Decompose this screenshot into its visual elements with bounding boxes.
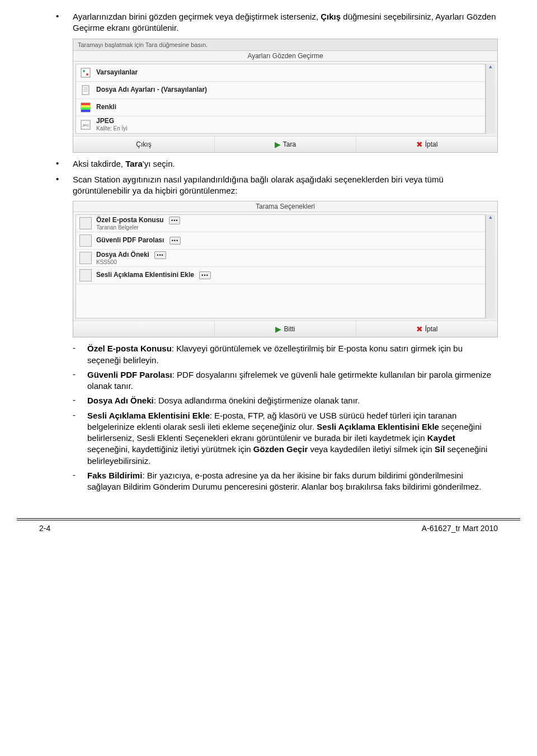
row-label: Özel E-posta Konusu bbox=[96, 216, 164, 224]
button-label: Çıkış bbox=[136, 140, 151, 148]
term-bold: Güvenli PDF Parolası bbox=[87, 370, 172, 379]
text: : Dosya adlandırma önekini değiştirmeniz… bbox=[154, 396, 360, 405]
done-button[interactable]: ▶Bitti bbox=[215, 321, 356, 337]
svg-text:JPG: JPG bbox=[82, 124, 89, 127]
row-label: Varsayılanlar bbox=[96, 69, 138, 77]
sub-bullet-text: Dosya Adı Öneki: Dosya adlandırma önekin… bbox=[87, 395, 360, 406]
placeholder-icon bbox=[79, 234, 92, 247]
cancel-icon: ✖ bbox=[416, 325, 423, 334]
cancel-icon: ✖ bbox=[416, 140, 423, 149]
svg-rect-0 bbox=[81, 68, 90, 77]
exit-button[interactable]: Çıkış bbox=[73, 137, 215, 152]
row-label: Güvenli PDF Parolası bbox=[96, 236, 164, 244]
term-bold: Kaydet bbox=[427, 433, 455, 443]
panel-header: Ayarları Gözden Geçirme bbox=[73, 51, 497, 62]
more-icon[interactable]: ••• bbox=[199, 271, 210, 279]
svg-point-1 bbox=[83, 70, 85, 72]
bullet-text: Aksi takdirde, Tara'yı seçin. bbox=[73, 158, 175, 170]
text: Ayarlarınızdan birini gözden geçirmek ve… bbox=[73, 12, 321, 21]
row-label: Dosya Adı Öneki bbox=[96, 251, 149, 259]
bullet-text: Scan Station aygıtınızın nasıl yapılandı… bbox=[73, 174, 498, 197]
svg-rect-3 bbox=[82, 86, 89, 95]
more-icon[interactable]: ••• bbox=[169, 237, 181, 245]
more-icon[interactable]: ••• bbox=[154, 251, 166, 259]
cancel-button[interactable]: ✖İptal bbox=[356, 321, 497, 337]
scrollbar[interactable]: ▲ bbox=[486, 214, 495, 318]
settings-icon bbox=[79, 67, 92, 79]
sub-bullet-text: Özel E-posta Konusu: Klavyeyi görüntülem… bbox=[87, 343, 498, 366]
doc-id-date: A-61627_tr Mart 2010 bbox=[422, 524, 498, 533]
term-bold: Faks Bildirimi bbox=[87, 471, 142, 480]
color-icon bbox=[79, 101, 92, 114]
row-sublabel: Kalite: En İyi bbox=[96, 125, 128, 132]
sub-bullet-text: Sesli Açıklama Eklentisini Ekle: E-posta… bbox=[87, 410, 498, 467]
placeholder-icon bbox=[79, 252, 92, 264]
bullet-marker: • bbox=[39, 11, 73, 34]
term-bold: Özel E-posta Konusu bbox=[87, 344, 172, 353]
bullet-item: • Aksi takdirde, Tara'yı seçin. bbox=[39, 158, 498, 170]
bullet-text: Ayarlarınızdan birini gözden geçirmek ve… bbox=[73, 11, 498, 34]
sub-bullet-item: - Faks Bildirimi: Bir yazıcıya, e-posta … bbox=[73, 470, 498, 493]
sub-bullet-text: Faks Bildirimi: Bir yazıcıya, e-posta ad… bbox=[87, 470, 498, 493]
dash-marker: - bbox=[73, 395, 87, 406]
placeholder-icon bbox=[79, 269, 92, 281]
setting-row-filename[interactable]: Dosya Adı Ayarları - (Varsayılanlar) bbox=[76, 82, 485, 99]
term-bold: Gözden Geçir bbox=[253, 444, 308, 454]
button-label: İptal bbox=[425, 140, 438, 148]
svg-rect-11 bbox=[81, 110, 90, 112]
text: seçeneğini, kaydettiğiniz iletiyi yürütm… bbox=[87, 444, 253, 454]
sub-bullet-item: - Güvenli PDF Parolası: PDF dosyalarını … bbox=[73, 369, 498, 392]
empty-button bbox=[73, 321, 215, 337]
text: : Bir yazıcıya, e-posta adresine ya da h… bbox=[87, 471, 481, 491]
sub-bullet-item: - Sesli Açıklama Eklentisini Ekle: E-pos… bbox=[73, 410, 498, 467]
row-sublabel: KSS500 bbox=[96, 259, 166, 266]
sub-bullet-text: Güvenli PDF Parolası: PDF dosyalarını şi… bbox=[87, 369, 498, 392]
row-label: Renkli bbox=[96, 104, 116, 111]
svg-point-2 bbox=[86, 73, 88, 76]
page-footer: 2-4 A-61627_tr Mart 2010 bbox=[17, 518, 520, 543]
bullet-marker: • bbox=[39, 174, 73, 197]
dash-marker: - bbox=[73, 343, 87, 366]
term-bold: Sil bbox=[435, 444, 445, 454]
term-bold: Dosya Adı Öneki bbox=[87, 396, 154, 405]
svg-rect-10 bbox=[81, 107, 90, 110]
option-row-pdf-password[interactable]: Güvenli PDF Parolası ••• bbox=[76, 232, 485, 250]
play-icon: ▶ bbox=[275, 325, 281, 334]
bullet-item: • Scan Station aygıtınızın nasıl yapılan… bbox=[39, 174, 498, 197]
cancel-button[interactable]: ✖İptal bbox=[356, 137, 497, 152]
text: 'yı seçin. bbox=[143, 159, 175, 168]
panel-header: Tarama Seçenekleri bbox=[73, 201, 497, 212]
scrollbar[interactable]: ▲ bbox=[486, 64, 495, 134]
setting-row-jpeg[interactable]: JPG JPEG Kalite: En İyi bbox=[76, 116, 485, 133]
svg-rect-9 bbox=[81, 105, 90, 107]
jpeg-icon: JPG bbox=[79, 119, 92, 131]
svg-rect-8 bbox=[81, 103, 90, 105]
document-icon bbox=[79, 84, 92, 96]
scan-button[interactable]: ▶Tara bbox=[215, 137, 356, 152]
button-label: Bitti bbox=[284, 325, 295, 333]
text: Aksi takdirde, bbox=[73, 159, 125, 168]
more-icon[interactable]: ••• bbox=[169, 217, 180, 224]
row-sublabel: Taranan Belgeler bbox=[96, 224, 180, 231]
bullet-marker: • bbox=[39, 158, 73, 170]
dash-marker: - bbox=[73, 410, 87, 467]
setting-row-color[interactable]: Renkli bbox=[76, 99, 485, 116]
term-bold: Sesli Açıklama Eklentisini Ekle bbox=[87, 411, 210, 420]
sub-bullet-item: - Özel E-posta Konusu: Klavyeyi görüntül… bbox=[73, 343, 498, 366]
dash-marker: - bbox=[73, 470, 87, 493]
placeholder-icon bbox=[79, 217, 92, 229]
text-bold: Tara bbox=[125, 159, 143, 168]
text: veya kaydedilen iletiyi silmek için bbox=[308, 444, 435, 454]
setting-row-defaults[interactable]: Varsayılanlar bbox=[76, 64, 485, 82]
option-row-email-subject[interactable]: Özel E-posta Konusu ••• Taranan Belgeler bbox=[76, 215, 485, 232]
option-row-voice-annotation[interactable]: Sesli Açıklama Eklentisini Ekle ••• bbox=[76, 267, 485, 284]
screenshot-scan-options: Tarama Seçenekleri Özel E-posta Konusu •… bbox=[73, 201, 498, 337]
option-row-filename-prefix[interactable]: Dosya Adı Öneki ••• KSS500 bbox=[76, 250, 485, 267]
instruction-bar: Taramayı başlatmak için Tara düğmesine b… bbox=[73, 39, 497, 51]
row-label: Sesli Açıklama Eklentisini Ekle bbox=[96, 271, 194, 279]
term-bold: Sesli Açıklama Eklentisini Ekle bbox=[317, 422, 439, 431]
screenshot-review-settings: Taramayı başlatmak için Tara düğmesine b… bbox=[73, 39, 498, 153]
row-label: JPEG bbox=[96, 118, 128, 125]
play-icon: ▶ bbox=[275, 140, 281, 149]
button-label: Tara bbox=[283, 140, 296, 148]
